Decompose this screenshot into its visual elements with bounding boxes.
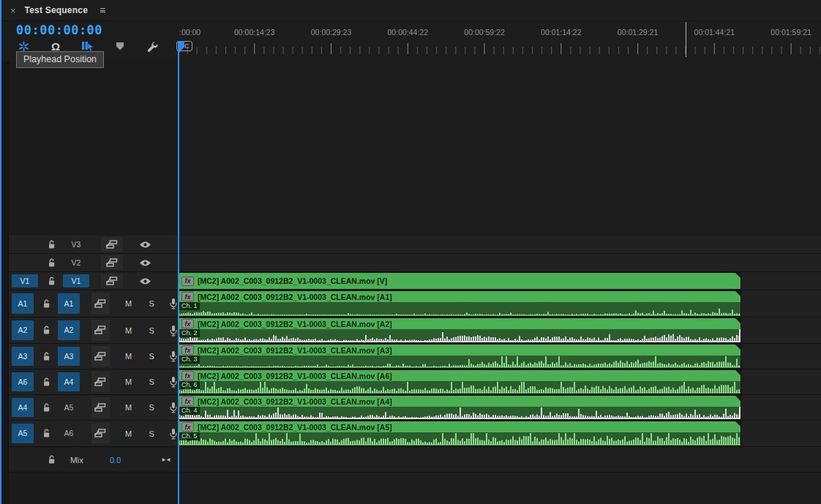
content-row-v2[interactable] (178, 254, 821, 272)
lock-icon[interactable] (47, 277, 56, 286)
source-patch-a4[interactable]: A6 (12, 372, 34, 392)
source-patch-v1[interactable]: V1 (12, 274, 38, 288)
close-icon[interactable]: × (10, 5, 16, 16)
sync-lock-icon[interactable] (101, 237, 123, 252)
lock-icon[interactable] (47, 240, 56, 249)
fx-badge[interactable]: fx (181, 292, 194, 301)
source-patch-v2[interactable] (12, 256, 38, 270)
track-target-a3[interactable]: A3 (58, 347, 80, 366)
timeline-clip-audio-a2[interactable]: fx [MC2] A002_C003_0912B2_V1-0003_CLEAN.… (179, 318, 741, 342)
ruler-label: :00:00 (179, 28, 200, 37)
track-target-a6[interactable]: A6 (58, 424, 80, 443)
mic-icon[interactable] (169, 428, 178, 440)
track-target-a1[interactable]: A1 (58, 293, 80, 314)
pan-keyframe-icon[interactable]: ►◄ (161, 456, 170, 463)
source-patch-a2[interactable]: A2 (12, 320, 34, 340)
timeline-clip-audio-a1[interactable]: fx [MC2] A002_C003_0912B2_V1-0003_CLEAN.… (179, 291, 741, 316)
timeline-clip-audio-a4[interactable]: fx [MC2] A002_C003_0912B2_V1-0003_CLEAN.… (179, 370, 741, 394)
track-target-a5[interactable]: A5 (58, 398, 80, 418)
sync-lock-icon[interactable] (91, 346, 110, 367)
mute-button[interactable]: M (124, 377, 133, 386)
mute-button[interactable]: M (124, 326, 133, 335)
sync-lock-icon[interactable] (91, 423, 110, 444)
time-ruler[interactable]: :00:0000:00:14:2300:00:29:2300:00:44:220… (178, 20, 821, 61)
track-target-v2[interactable]: V2 (63, 256, 89, 270)
fx-badge[interactable]: fx (181, 396, 194, 406)
track-target-a4[interactable]: A4 (58, 372, 80, 392)
clip-label: [MC2] A002_C003_0912B2_V1-0003_CLEAN.mov… (198, 423, 392, 432)
mute-button[interactable]: M (124, 352, 133, 361)
lock-icon[interactable] (42, 429, 50, 438)
sync-lock-icon[interactable] (91, 320, 110, 341)
mute-button[interactable]: M (124, 403, 133, 412)
track-target-a2[interactable]: A2 (58, 320, 80, 340)
lock-icon[interactable] (42, 403, 50, 413)
sync-lock-icon[interactable] (101, 274, 123, 288)
source-patch-v3[interactable] (12, 238, 38, 252)
mix-spacer (12, 451, 38, 470)
clip-end-notch (735, 318, 741, 323)
track-target-v3[interactable]: V3 (63, 238, 89, 252)
track-target-v1[interactable]: V1 (63, 274, 89, 288)
source-patch-a1[interactable]: A1 (12, 293, 34, 314)
timeline-clip-audio-a3[interactable]: fx [MC2] A002_C003_0912B2_V1-0003_CLEAN.… (179, 345, 741, 368)
track-header-v2: V2 (9, 254, 178, 272)
clip-end-notch (735, 273, 741, 278)
timeline-display-settings-icon[interactable] (145, 40, 160, 53)
sync-lock-icon[interactable] (91, 372, 110, 393)
clip-end-notch (735, 421, 741, 426)
sync-lock-icon[interactable] (101, 255, 123, 270)
mic-icon[interactable] (169, 298, 178, 309)
track-header-a1: A1 A1 M S (9, 290, 178, 317)
fx-badge[interactable]: fx (181, 319, 194, 328)
eye-icon[interactable] (139, 241, 151, 249)
tab-sequence-title[interactable]: Test Sequence (25, 5, 88, 15)
mic-icon[interactable] (169, 402, 178, 413)
playhead-position-timecode[interactable]: 00:00:00:00 (16, 23, 102, 37)
content-row-mix[interactable] (178, 448, 821, 473)
source-patch-a3[interactable]: A3 (12, 347, 34, 366)
panel-menu-icon[interactable]: ≡ (100, 4, 105, 16)
source-patch-a5[interactable]: A4 (12, 398, 34, 418)
fx-badge[interactable]: fx (181, 422, 194, 432)
mic-icon[interactable] (169, 376, 178, 388)
mute-button[interactable]: M (124, 299, 133, 308)
eye-icon[interactable] (139, 259, 151, 267)
solo-button[interactable]: S (147, 352, 156, 361)
mic-icon[interactable] (169, 350, 178, 362)
lock-icon[interactable] (42, 377, 50, 387)
mic-icon[interactable] (169, 325, 178, 336)
lock-icon[interactable] (42, 352, 50, 361)
lock-icon[interactable] (47, 258, 56, 268)
mix-level-value[interactable]: 0.0 (110, 456, 121, 464)
fx-badge[interactable]: fx (181, 371, 194, 380)
fx-badge[interactable]: fx (181, 277, 194, 286)
solo-button[interactable]: S (147, 377, 156, 386)
timeline-clip-video-v1[interactable]: fx [MC2] A002_C003_0912B2_V1-0003_CLEAN.… (179, 273, 741, 289)
ruler-label: 00:00:29:23 (311, 28, 351, 37)
timeline-panel: × Test Sequence ≡ 00:00:00:00 Ω CC Playh… (0, 0, 821, 504)
ruler-label: 00:00:44:22 (388, 28, 428, 37)
channel-badge: Ch. 5 (179, 432, 200, 440)
solo-button[interactable]: S (147, 403, 156, 412)
lock-icon[interactable] (42, 326, 50, 335)
fx-badge[interactable]: fx (181, 345, 194, 355)
source-patch-a6[interactable]: A5 (12, 424, 34, 443)
timeline-clip-audio-a5[interactable]: fx [MC2] A002_C003_0912B2_V1-0003_CLEAN.… (179, 396, 741, 419)
timeline-clip-audio-a6[interactable]: fx [MC2] A002_C003_0912B2_V1-0003_CLEAN.… (179, 421, 741, 445)
sync-lock-icon[interactable] (91, 293, 110, 315)
track-header-v3: V3 (9, 236, 178, 254)
lock-icon[interactable] (47, 455, 56, 464)
solo-button[interactable]: S (147, 299, 156, 308)
playhead-line[interactable] (178, 42, 179, 504)
ruler-label: 00:01:14:22 (541, 28, 581, 37)
sync-lock-icon[interactable] (91, 397, 110, 418)
content-row-v3[interactable] (178, 236, 821, 254)
track-header-a3: A3 A3 M S (9, 344, 178, 369)
mute-button[interactable]: M (124, 429, 133, 438)
solo-button[interactable]: S (147, 429, 156, 438)
add-marker-icon[interactable] (113, 40, 127, 53)
lock-icon[interactable] (42, 299, 50, 309)
eye-icon[interactable] (139, 277, 151, 285)
solo-button[interactable]: S (147, 326, 156, 335)
